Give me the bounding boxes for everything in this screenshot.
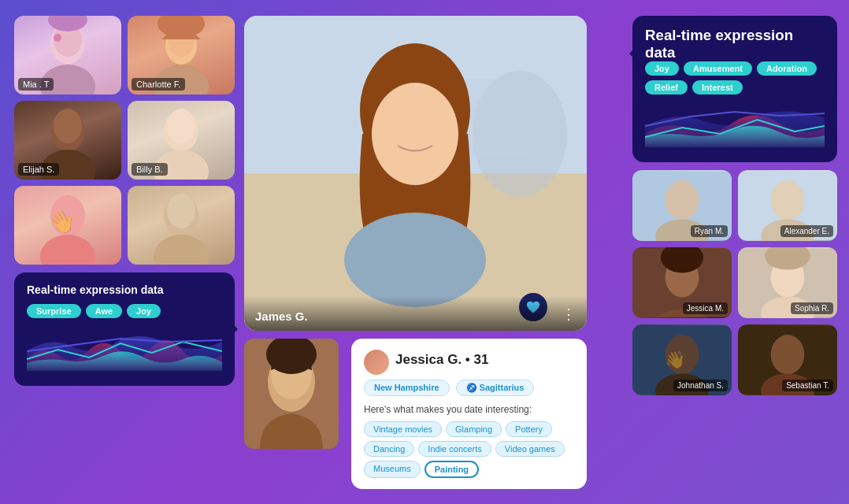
name-elijah: Elijah S. [18,163,59,176]
svg-point-37 [771,180,805,220]
video-thumb-alex[interactable]: Alexander E. [738,170,837,241]
right-tag-adoration: Adoration [757,61,817,76]
svg-point-11 [54,109,82,143]
svg-point-28 [344,213,486,307]
profile-card: Jessica G. • 31 New Hampshire ♐ Sagittar… [244,339,587,489]
main-user-name: James G. [255,309,308,323]
options-menu[interactable]: ⋮ [562,306,576,323]
left-expression-card: Real-time expression data Surprise Awe J… [14,272,235,386]
svg-text:👋: 👋 [665,350,686,370]
video-thumb-charlotte[interactable]: Charlotte F. [128,16,235,94]
profile-name-row: Jessica G. • 31 [364,350,574,375]
tag-museums: Museums [364,461,421,478]
right-expression-title: Real-time expression data [645,27,825,61]
svg-rect-24 [465,79,528,158]
right-tag-joy: Joy [645,61,679,76]
badge-sign: ♐ Sagittarius [456,380,535,396]
interest-tags: Vintage movies Glamping Pottery Dancing … [364,421,574,478]
svg-point-27 [372,83,458,185]
tag-indie: Indie concerts [418,441,491,457]
tag-vintage: Vintage movies [364,421,442,437]
video-thumb-jessica[interactable]: Jessica M. [632,247,732,318]
avatar [364,350,389,375]
tag-dancing: Dancing [364,441,414,457]
svg-point-14 [167,109,195,143]
svg-point-20 [167,194,195,228]
video-thumb-mia[interactable]: Mia . T [14,16,121,94]
svg-point-51 [771,335,805,374]
main-video-bottom-bar: James G. ⋮ [244,296,587,331]
right-expression-tags: Joy Amusement Adoration Relief Interest [645,61,825,94]
name-billy: Billy B. [132,163,168,176]
right-expression-card: Real-time expression data Joy Amusement … [632,16,837,162]
mini-video [244,339,339,449]
name-jessica: Jessica M. [683,302,728,314]
tag-video-games: Video games [495,441,565,457]
name-charlotte: Charlotte F. [132,78,185,91]
svg-point-3 [54,34,61,42]
video-thumb-ryan[interactable]: Ryan M. [632,170,732,241]
video-thumb-sophia[interactable]: Sophia R. [738,247,837,318]
video-thumb-extra2[interactable] [128,186,235,265]
right-video-grid: Ryan M. Alexander E. Jessica M. [632,170,837,395]
tag-glamping: Glamping [446,421,502,437]
profile-info: Jessica G. • 31 New Hampshire ♐ Sagittar… [351,339,587,489]
svg-text:👋: 👋 [48,209,76,235]
tag-joy: Joy [127,304,161,318]
profile-desc: Here's what makes you date interesting: [364,404,574,415]
video-thumb-extra1[interactable]: 👋 [14,186,121,265]
video-thumb-sebastian[interactable]: Sebastian T. [738,324,837,395]
video-thumb-elijah[interactable]: Elijah S. [14,101,121,180]
badge-location: New Hampshire [364,380,450,396]
left-expression-tags: Surprise Awe Joy [27,304,222,318]
right-tag-amusement: Amusement [684,61,752,76]
video-thumb-johnathan[interactable]: 👋 Johnathan S. [632,324,732,395]
profile-name: Jessica G. • 31 [395,352,488,368]
left-video-grid: Mia . T Charlotte F. Elijah S. [14,16,235,265]
svg-point-19 [154,235,209,265]
right-panel: Real-time expression data Joy Amusement … [632,16,837,395]
name-sophia: Sophia R. [791,302,833,314]
left-expression-title: Real-time expression data [27,284,222,296]
name-johnathan: Johnathan S. [673,380,728,391]
left-panel: Mia . T Charlotte F. Elijah S. [14,16,235,386]
name-sebastian: Sebastian T. [782,380,833,391]
video-thumb-billy[interactable]: Billy B. [128,101,235,180]
left-chart [27,328,222,375]
right-tag-interest: Interest [692,80,743,94]
right-chart [645,104,825,151]
name-alex: Alexander E. [780,225,833,237]
name-mia: Mia . T [18,78,54,91]
right-tag-relief: Relief [645,80,688,94]
profile-badges: New Hampshire ♐ Sagittarius [364,380,574,396]
tag-painting: Painting [424,461,479,478]
center-panel: James G. ⋮ Jessica G. • [244,16,587,489]
svg-point-4 [48,16,87,32]
svg-point-34 [665,180,699,220]
name-ryan: Ryan M. [691,225,728,237]
tag-awe: Awe [86,304,122,318]
tag-pottery: Pottery [506,421,552,437]
tag-surprise: Surprise [27,304,81,318]
svg-point-16 [40,235,95,265]
main-video: James G. ⋮ [244,16,587,331]
